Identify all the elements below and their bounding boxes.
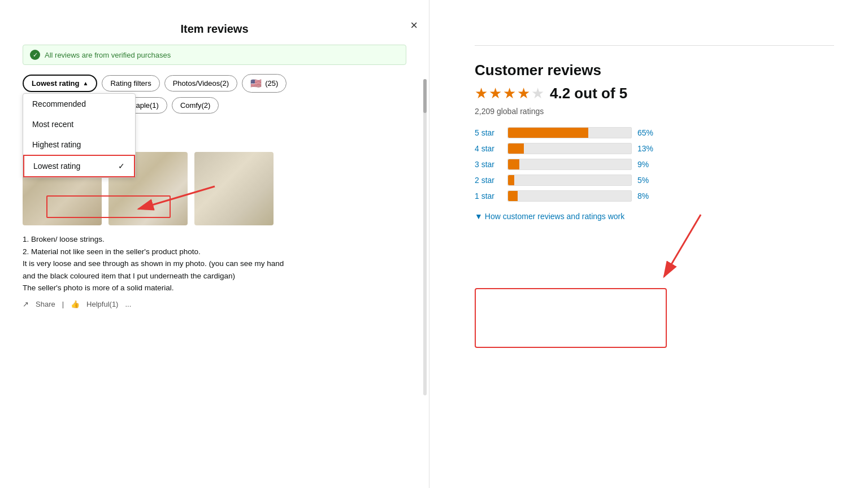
left-panel: × Item reviews ✓ All reviews are from ve…: [0, 0, 429, 488]
bar-fill-4: [508, 143, 524, 154]
global-ratings: 2,209 global ratings: [475, 107, 834, 116]
review-text: 1. Broken/ loose strings. 2. Material no…: [23, 233, 406, 294]
helpful-button[interactable]: Helpful(1): [86, 300, 118, 308]
separator: |: [62, 300, 64, 308]
flag-filter-button[interactable]: 🇺🇸 (25): [242, 74, 287, 93]
star-label-3[interactable]: 3 star: [475, 160, 502, 169]
star-label-5[interactable]: 5 star: [475, 128, 502, 137]
star-5: ★: [531, 85, 544, 102]
flag-icon: 🇺🇸: [250, 78, 262, 89]
rating-bar-row-2: 2 star 5%: [475, 175, 834, 186]
share-icon: ↗: [23, 300, 29, 308]
how-reviews-text: How customer reviews and ratings work: [485, 212, 624, 221]
rating-bar-row-1: 1 star 8%: [475, 190, 834, 202]
dropdown-item-most-recent[interactable]: Most recent: [23, 114, 135, 134]
comfy-label: Comfy(2): [180, 101, 210, 110]
bar-fill-2: [508, 175, 514, 185]
bar-track-5: [507, 127, 632, 138]
bar-pct-1: 8%: [637, 191, 658, 201]
comfy-button[interactable]: Comfy(2): [172, 97, 219, 114]
highlight-box-low-stars: [475, 288, 667, 348]
star-label-4[interactable]: 4 star: [475, 144, 502, 153]
checkmark-icon: ✓: [118, 162, 125, 171]
bar-fill-3: [508, 159, 519, 169]
sort-dropdown-container: Lowest rating ▲ Recommended Most recent …: [23, 75, 97, 92]
scrollbar-track: [423, 79, 427, 395]
photos-videos-button[interactable]: Photos/Videos(2): [164, 75, 238, 91]
dropdown-item-label: Most recent: [32, 120, 73, 129]
dropdown-item-lowest-rating[interactable]: Lowest rating ✓: [23, 155, 135, 177]
rating-bars: 5 star 65% 4 star 13% 3 star 9%: [475, 127, 834, 202]
how-reviews-link[interactable]: ▼ How customer reviews and ratings work: [475, 212, 834, 221]
star-label-2[interactable]: 2 star: [475, 176, 502, 185]
scrollbar-thumb[interactable]: [423, 79, 427, 113]
bar-track-2: [507, 175, 632, 186]
star-1: ★: [475, 85, 488, 102]
close-button[interactable]: ×: [410, 18, 418, 33]
bar-pct-3: 9%: [637, 160, 658, 169]
star-rating-row: ★ ★ ★ ★ ★ 4.2 out of 5: [475, 85, 834, 102]
star-3: ★: [503, 85, 516, 102]
bar-pct-4: 13%: [637, 144, 658, 153]
right-panel: Customer reviews ★ ★ ★ ★ ★ 4.2 out of 5 …: [429, 0, 868, 488]
photos-videos-label: Photos/Videos(2): [173, 79, 229, 88]
star-2: ★: [489, 85, 502, 102]
bar-pct-2: 5%: [637, 176, 658, 185]
review-image-3[interactable]: [194, 152, 274, 225]
helpful-icon: 👍: [71, 300, 80, 308]
rating-filters-label: Rating filters: [110, 79, 151, 88]
sort-dropdown-menu: Recommended Most recent Highest rating L…: [23, 93, 136, 178]
divider: [475, 45, 834, 46]
customer-reviews-title: Customer reviews: [475, 62, 834, 79]
bar-fill-1: [508, 191, 518, 201]
page-container: × Item reviews ✓ All reviews are from ve…: [0, 0, 868, 488]
star-label-1[interactable]: 1 star: [475, 191, 502, 201]
verified-icon: ✓: [30, 50, 40, 60]
sort-dropdown-button[interactable]: Lowest rating ▲: [23, 75, 97, 92]
bar-track-1: [507, 190, 632, 202]
rating-number: 4.2 out of 5: [550, 85, 627, 102]
modal-title: Item reviews: [0, 23, 429, 36]
stars-display: ★ ★ ★ ★ ★: [475, 85, 544, 102]
dropdown-item-label: Lowest rating: [33, 162, 80, 171]
review-actions: ↗ Share | 👍 Helpful(1) ...: [23, 300, 406, 308]
more-button[interactable]: ...: [125, 300, 131, 308]
share-button[interactable]: Share: [36, 300, 55, 308]
bar-track-3: [507, 159, 632, 170]
chevron-up-icon: ▲: [83, 80, 89, 86]
rating-bar-row-3: 3 star 9%: [475, 159, 834, 170]
chevron-down-icon: ▼: [475, 212, 483, 221]
rating-filters-button[interactable]: Rating filters: [102, 75, 159, 91]
filters-row-1: Lowest rating ▲ Recommended Most recent …: [23, 74, 406, 93]
star-4: ★: [517, 85, 530, 102]
verified-banner: ✓ All reviews are from verified purchase…: [23, 45, 406, 65]
verified-text: All reviews are from verified purchases: [45, 51, 171, 59]
bar-fill-5: [508, 128, 588, 138]
bar-track-4: [507, 143, 632, 154]
dropdown-item-highest-rating[interactable]: Highest rating: [23, 134, 135, 155]
sort-label: Lowest rating: [32, 79, 80, 88]
review-image-inner-3: [194, 152, 274, 225]
bar-pct-5: 65%: [637, 128, 658, 137]
rating-bar-row-5: 5 star 65%: [475, 127, 834, 138]
dropdown-item-label: Recommended: [32, 99, 86, 108]
dropdown-item-recommended[interactable]: Recommended: [23, 94, 135, 114]
flag-count: (25): [265, 79, 278, 88]
rating-bar-row-4: 4 star 13%: [475, 143, 834, 154]
dropdown-item-label: Highest rating: [32, 140, 81, 149]
